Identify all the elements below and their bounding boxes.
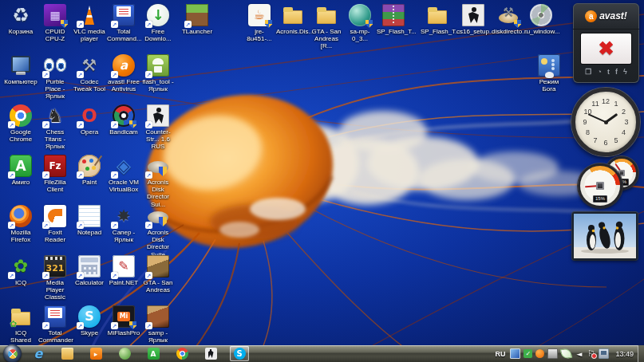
taskbar-button-explorer[interactable] xyxy=(57,346,77,361)
desktop-icon-acronis-disk-director[interactable]: ↗Acronis Disk Director Suite xyxy=(141,205,175,258)
penguins-photo-gadget[interactable] xyxy=(572,212,638,260)
taskbar-button-green-app[interactable] xyxy=(115,346,134,361)
desktop-icon-label: Total Commander xyxy=(38,329,72,344)
share-icon[interactable]: ϟ xyxy=(623,67,627,77)
miflash-icon: Mi↗ xyxy=(113,305,135,328)
desktop-icon-paint[interactable]: ↗Paint xyxy=(73,155,106,186)
taskbar-button-skype[interactable]: S xyxy=(230,346,249,361)
desktop-icon-god-mode[interactable]: Режим Бога xyxy=(532,54,566,92)
desktop-icon-opera[interactable]: O↗Opera xyxy=(73,104,106,136)
desktop-icon-mozilla-firefox[interactable]: ↗Mozilla Firefox xyxy=(4,205,38,243)
desktop-icon-foxit-reader[interactable]: ↗Foxit Reader xyxy=(38,205,72,243)
desktop-icon-calculator[interactable]: ↗Calculator xyxy=(73,255,106,286)
desktop-icon-counter-strike-16[interactable]: ↗Counter-Str... 1.6 RUS xyxy=(141,104,175,151)
desktop-icon-gta-san-andreas[interactable]: ↗GTA - San Andreas xyxy=(141,255,175,293)
desktop-icon-minesweeper[interactable]: ✸↗Сапер - Ярлык xyxy=(107,205,140,243)
leaf-tray-icon[interactable] xyxy=(560,348,572,360)
desktop-icon-chess-titans[interactable]: ♞↗Chess Titans - Ярлык xyxy=(38,104,72,151)
desktop-icon-label: SP_Flash_T... xyxy=(377,28,410,35)
desktop-icon-label: Notepad xyxy=(73,229,106,236)
desktop-icon-acronis-folder[interactable]: Acronis.Dis... xyxy=(276,4,310,35)
twitter-icon[interactable]: t xyxy=(607,67,610,77)
shortcut-arrow-icon: ↗ xyxy=(8,171,15,179)
desktop-icon-filezilla[interactable]: Fz↗FileZilla Client xyxy=(38,155,72,193)
desktop-icon-sp-flash-tool-archive[interactable]: SP_Flash_T... xyxy=(377,4,410,35)
desktop-icon-flash-tool[interactable]: ↗flash_tool - Ярлык xyxy=(141,54,175,92)
desktop-icon-paint-net[interactable]: ✎↗Paint.NET xyxy=(107,255,140,286)
desktop-icon-gta-folder[interactable]: GTA - San Andreas [R... xyxy=(310,4,343,50)
desktop-icon-media-player-classic[interactable]: 321↗Media Player Classic xyxy=(38,255,72,301)
taskbar-button-counter-strike[interactable] xyxy=(201,346,220,361)
volume-tray-icon[interactable]: ◄ xyxy=(575,349,583,358)
network-tray-icon[interactable] xyxy=(599,348,609,359)
desktop-icon-cs16-setup[interactable]: cs16_setup... xyxy=(456,4,490,35)
desktop-icon-vlc-media-player[interactable]: ↗VLC media player xyxy=(73,4,106,42)
desktop-icon-recycle-bin[interactable]: ♻Корзина xyxy=(4,4,38,35)
penguins-photo xyxy=(574,214,636,258)
desktop-icon-samp-installer[interactable]: sa-mp-0_3... xyxy=(343,4,377,42)
desktop-icon-cpu-z[interactable]: ▦CPUID CPU-Z xyxy=(38,4,72,42)
desktop-icon-total-commander-shortcut[interactable]: ↗Total Command... xyxy=(107,4,140,42)
desktop-icon-label: VLC media player xyxy=(73,28,106,42)
desktop-icon-amigo[interactable]: A↗Амиго xyxy=(4,155,38,186)
desktop-icon-computer[interactable]: Компьютер xyxy=(4,54,38,85)
desktop-icon-icq[interactable]: ✿↗ICQ xyxy=(4,255,38,286)
security-check-tray-icon[interactable]: ✓ xyxy=(523,349,532,358)
display-tray-icon[interactable] xyxy=(510,348,520,359)
show-desktop-button[interactable] xyxy=(638,345,644,362)
keyboard-tray-icon[interactable] xyxy=(547,348,558,359)
desktop-icon-notepad[interactable]: ↗Notepad xyxy=(73,205,106,236)
desktop-icon-avast-free-antivirus[interactable]: a↗avast! Free Antivirus xyxy=(107,54,140,92)
desktop-icon-virtualbox[interactable]: ◈↗Oracle VM VirtualBox xyxy=(107,155,140,193)
desktop-icon-label: GTA - San Andreas xyxy=(141,279,175,293)
clock-gadget[interactable]: 123456789101112 xyxy=(571,88,640,156)
action-center-tray-icon[interactable]: ⚐ xyxy=(587,349,595,358)
taskbar-button-media-player[interactable]: ▸ xyxy=(86,346,105,361)
desktop-icon-label: Oracle VM VirtualBox xyxy=(107,179,140,193)
gta-icon: ↗ xyxy=(147,255,169,277)
language-indicator[interactable]: RU xyxy=(495,350,507,358)
avast-gadget[interactable]: a avast! ✖ ❐◔tfϟ xyxy=(573,3,639,83)
desktop-icon-label: Calculator xyxy=(73,279,106,286)
desktop-icon-miflashpro[interactable]: Mi↗MiFlashPro xyxy=(107,305,140,336)
desktop-icon-jre-installer[interactable]: ☕jre-8u451-... xyxy=(243,4,276,42)
chrome-icon: ↗ xyxy=(10,104,32,127)
desktop-icon-skype[interactable]: S↗Skype xyxy=(73,305,106,336)
desktop-icon-sp-flash-tool-folder[interactable]: SP_Flash_T... xyxy=(421,4,454,35)
desktop-icon-free-download-manager[interactable]: ↓↗Free Downlo... xyxy=(141,4,175,42)
desktop-icon-label: flash_tool - Ярлык xyxy=(141,78,175,92)
taskbar-button-chrome[interactable] xyxy=(172,346,192,361)
desktop-icon-purble-place[interactable]: ↗Purble Place - Ярлык xyxy=(38,54,72,100)
shortcut-arrow-icon: ↗ xyxy=(145,222,152,229)
desktop-icon-label: Режим Бога xyxy=(532,78,566,92)
desktop-icon-diskdirector-setup[interactable]: ⚒diskdirecto... xyxy=(492,4,525,35)
start-button[interactable] xyxy=(3,344,22,362)
desktop-icon-acronis-disk-director-shortcut[interactable]: ↗Acronis Disk Director Sui... xyxy=(141,155,175,208)
desktop-icon-samp-shortcut[interactable]: ↗samp - Ярлык xyxy=(141,305,175,344)
cpu-meter-gadget[interactable]: 37% 15% xyxy=(571,156,640,207)
box-icon[interactable]: ❐ xyxy=(585,67,591,77)
history-icon[interactable]: ◔ xyxy=(597,67,601,77)
firefox-icon: ↗ xyxy=(10,205,32,227)
taskbar-button-internet-explorer[interactable]: e xyxy=(29,346,48,361)
shortcut-arrow-icon: ↗ xyxy=(42,171,49,179)
desktop-icon-codec-tweak-tool[interactable]: ⚒↗Codec Tweak Tool xyxy=(73,54,106,92)
shortcut-arrow-icon: ↗ xyxy=(77,121,84,128)
desktop-icon-ru-windows-iso[interactable]: ru_window... xyxy=(524,4,558,35)
taskbar-clock[interactable]: 13:49 xyxy=(612,350,637,358)
folder-icon xyxy=(315,4,338,26)
desktop-icon-bandicam[interactable]: ↗Bandicam xyxy=(107,104,140,136)
desktop-icon-google-chrome[interactable]: ↗Google Chrome xyxy=(4,104,38,143)
facebook-icon[interactable]: f xyxy=(615,67,618,77)
desktop-icon-total-commander[interactable]: ↗Total Commander xyxy=(38,305,72,344)
taskbar-button-amigo[interactable]: A xyxy=(144,346,163,361)
taskbar-buttons: e▸AS xyxy=(29,345,249,362)
shortcut-arrow-icon: ↗ xyxy=(111,121,118,128)
skype-icon: S↗ xyxy=(78,305,101,328)
shortcut-arrow-icon: ↗ xyxy=(42,322,49,329)
desktop-icon-tlauncher[interactable]: ↗TLauncher xyxy=(180,4,214,35)
folder-icon xyxy=(426,4,448,26)
notepad-icon: ↗ xyxy=(78,205,101,227)
shortcut-arrow-icon: ↗ xyxy=(42,222,49,229)
avast-tray-icon[interactable] xyxy=(535,349,544,358)
